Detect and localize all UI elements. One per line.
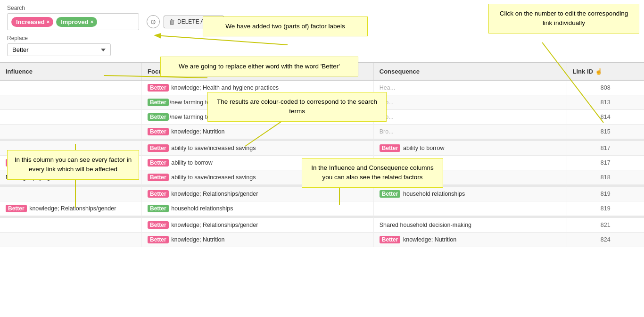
table-row: Better knowledge; Relationships/gender B… xyxy=(0,201,644,216)
focus-cell: Better ability to save/increased savings xyxy=(142,141,374,156)
consequence-cell xyxy=(373,201,567,216)
tag-improved[interactable]: Improved × xyxy=(56,17,97,27)
col-header-consequence: Consequence xyxy=(373,63,567,80)
badge-better-pink: Better xyxy=(148,236,169,243)
callout-labels: We have added two (parts of) factor labe… xyxy=(203,17,368,36)
linkid-cell[interactable]: 824 xyxy=(567,233,644,247)
focus-cell: Better knowledge; Relationships/gender xyxy=(142,218,374,233)
consequence-cell: Shared household decision-making xyxy=(373,218,567,233)
influence-cell xyxy=(0,218,142,233)
linkid-cell[interactable]: 818 xyxy=(567,170,644,185)
focus-cell: Better knowledge; Nutrition xyxy=(142,233,374,247)
linkid-cell[interactable]: 814 xyxy=(567,110,644,125)
search-box[interactable]: Increased × Improved × xyxy=(7,13,139,30)
linkid-cell[interactable]: 813 xyxy=(567,95,644,110)
callout-influence-text: In this column you can see every factor … xyxy=(15,156,132,173)
badge-better-pink: Better xyxy=(148,159,169,167)
linkid-cell[interactable]: 817 xyxy=(567,156,644,170)
badge-better-pink: Better xyxy=(148,174,169,181)
consequence-cell: Better household relationships xyxy=(373,187,567,201)
tag-increased-text: Increased xyxy=(16,18,45,25)
influence-cell xyxy=(0,110,142,125)
consequence-cell: Hea... xyxy=(373,80,567,95)
badge-better-pink: Better xyxy=(148,144,169,152)
consequence-cell: Pro... xyxy=(373,95,567,110)
callout-influence: In this column you can see every factor … xyxy=(7,150,139,180)
table-row: Better knowledge; Nutrition Better knowl… xyxy=(0,233,644,247)
consequence-cell: Better ability to borrow xyxy=(373,141,567,156)
influence-cell xyxy=(0,187,142,201)
callout-click-text: Click on the number to edit the correspo… xyxy=(500,10,628,26)
replace-select[interactable]: Better xyxy=(7,43,111,56)
consequence-cell: Bro... xyxy=(373,125,567,139)
col-header-influence: Influence xyxy=(0,63,142,80)
focus-cell: Better knowledge; Relationships/gender xyxy=(142,187,374,201)
tag-increased-remove[interactable]: × xyxy=(47,19,50,25)
table-row: Better knowledge; Nutrition Bro... 815 xyxy=(0,125,644,139)
col-header-linkid[interactable]: Link ID ☝ xyxy=(567,63,644,80)
tag-improved-remove[interactable]: × xyxy=(91,19,93,25)
badge-better-green: Better xyxy=(380,190,401,198)
badge-better-green: Better xyxy=(148,205,169,212)
linkid-cell[interactable]: 817 xyxy=(567,141,644,156)
linkid-cell[interactable]: 821 xyxy=(567,218,644,233)
callout-consequence: In the Influence and Consequence columns… xyxy=(302,158,443,188)
linkid-cell[interactable]: 815 xyxy=(567,125,644,139)
badge-better-pink: Better xyxy=(380,236,401,243)
trash-icon: 🗑 xyxy=(169,18,175,25)
consequence-cell: Better knowledge; Nutrition xyxy=(373,233,567,247)
tag-improved-text: Improved xyxy=(61,18,89,25)
influence-cell: Better knowledge; Relationships/gender xyxy=(0,201,142,216)
badge-better-pink: Better xyxy=(6,205,27,212)
focus-cell: Better household relationships xyxy=(142,201,374,216)
linkid-cell[interactable]: 808 xyxy=(567,80,644,95)
focus-cell: Better knowledge; Nutrition xyxy=(142,125,374,139)
callout-colour-text: The results are colour-coded to correspo… xyxy=(217,98,377,115)
callout-consequence-text: In the Influence and Consequence columns… xyxy=(311,164,434,181)
callout-replace-text: We are going to replace either word with… xyxy=(179,63,340,70)
linkid-cell[interactable]: 819 xyxy=(567,201,644,216)
table-row: Better knowledge; Relationships/gender S… xyxy=(0,218,644,233)
callout-click: Click on the number to edit the correspo… xyxy=(488,4,639,33)
clear-button[interactable]: ⊙ xyxy=(147,15,160,28)
replace-area: Replace Better xyxy=(0,33,644,58)
badge-better-pink: Better xyxy=(148,190,169,198)
tag-increased[interactable]: Increased × xyxy=(11,17,53,27)
influence-cell xyxy=(0,80,142,95)
influence-cell xyxy=(0,95,142,110)
callout-labels-text: We have added two (parts of) factor labe… xyxy=(225,23,345,30)
callout-colour: The results are colour-coded to correspo… xyxy=(207,92,387,122)
badge-better-pink: Better xyxy=(380,144,401,152)
badge-better-pink: Better xyxy=(148,221,169,229)
badge-better-green: Better xyxy=(148,99,169,106)
influence-cell xyxy=(0,233,142,247)
callout-replace: We are going to replace either word with… xyxy=(160,57,358,76)
badge-better-green: Better xyxy=(148,113,169,121)
badge-better-pink: Better xyxy=(148,84,169,92)
consequence-cell: Pro... xyxy=(373,110,567,125)
influence-cell xyxy=(0,125,142,139)
linkid-cell[interactable]: 819 xyxy=(567,187,644,201)
table-row: Better knowledge; Relationships/gender B… xyxy=(0,187,644,201)
badge-better-pink: Better xyxy=(148,128,169,135)
